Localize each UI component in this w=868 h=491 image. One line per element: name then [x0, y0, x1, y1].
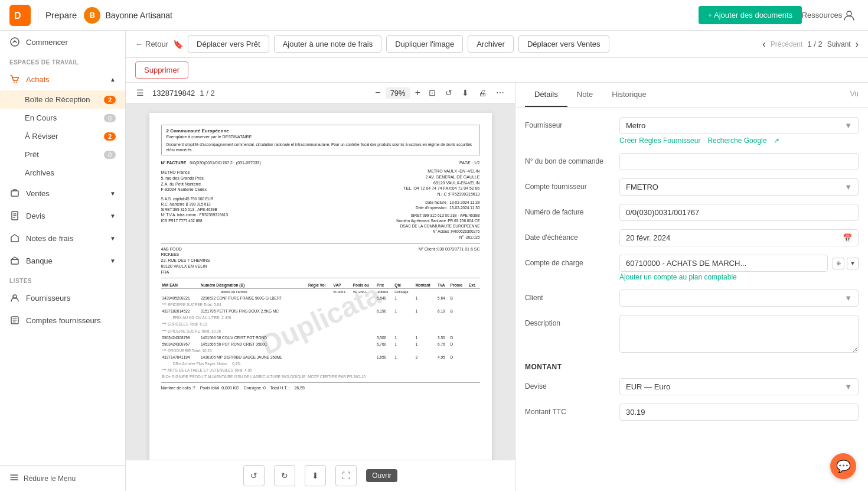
creer-regles-link[interactable]: Créer Règles Fournisseur [619, 136, 700, 145]
more-options-button[interactable]: ⋯ [492, 87, 508, 99]
sidebar-item-en-cours[interactable]: En Cours 0 [0, 109, 125, 127]
sidebar-item-fournisseurs[interactable]: Fournisseurs [0, 287, 125, 309]
sidebar-item-archives[interactable]: Archives [0, 164, 125, 182]
comptes-fournisseurs-label: Comptes fournisseurs [26, 316, 100, 325]
compte-fournisseur-field: FMETRO ▼ [619, 178, 859, 196]
montant-ttc-field [619, 404, 859, 421]
client-label: Client [525, 290, 619, 302]
ajouter-note-button[interactable]: Ajouter à une note de frais [274, 35, 382, 53]
bon-commande-input[interactable] [619, 153, 859, 170]
numero-facture-input[interactable] [619, 204, 859, 221]
devise-select[interactable]: EUR — Euro ▼ [619, 378, 859, 395]
fournisseur-field: Metro ▼ Créer Règles Fournisseur Recherc… [619, 117, 859, 145]
fit-page-button[interactable]: ⊡ [425, 87, 439, 99]
archiver-button[interactable]: Archiver [468, 35, 514, 53]
external-link-icon[interactable]: ↗ [774, 136, 779, 145]
ajouter-compte-link[interactable]: Ajouter un compte au plan comptable [619, 273, 859, 281]
sidebar-banque-group[interactable]: Banque ▼ [0, 249, 125, 272]
resources-button[interactable]: Ressources [811, 6, 830, 25]
banque-label: Banque [26, 256, 53, 265]
logo-divider [38, 8, 38, 22]
sidebar-item-pret[interactable]: Prêt 0 [0, 145, 125, 164]
inv-meta: N° FACTURE 0/0(030)0031/001767:2 (031-09… [161, 160, 480, 239]
dupliquer-button[interactable]: Dupliquer l'image [386, 35, 463, 53]
description-label: Description [525, 315, 619, 327]
split-icon[interactable]: ⊕ [833, 258, 844, 269]
bookmark-button[interactable]: 🔖 [173, 40, 183, 49]
doc-toolbar: ☰ 1328719842 1 / 2 − 79% + ⊡ ↺ ⬇ 🖨 ⋯ [126, 83, 515, 103]
main-layout: Commencer ESPACES DE TRAVAIL Achats ▲ Bo… [0, 31, 868, 491]
tab-historique[interactable]: Historique [602, 83, 656, 107]
menu-toolbar-button[interactable]: ☰ [133, 87, 148, 99]
pret-badge: 0 [104, 151, 116, 159]
precedent-button[interactable]: ‹ [762, 39, 765, 50]
compte-arrow: ▼ [847, 258, 859, 269]
ventes-icon [9, 188, 20, 199]
compte-charge-icons: ⊕ ▼ [833, 258, 859, 269]
suivant-label: Suivant [827, 40, 851, 48]
company-avatar: B [84, 7, 100, 24]
client-select[interactable]: ▼ [619, 290, 859, 307]
sidebar-achats-group[interactable]: Achats ▲ [0, 68, 125, 90]
fournisseur-select[interactable]: Metro ▼ [619, 117, 859, 134]
chat-button[interactable]: 💬 [830, 453, 856, 479]
tab-note[interactable]: Note [567, 83, 602, 107]
ventes-arrow: ▼ [110, 190, 116, 197]
download-button[interactable]: ⬇ [305, 465, 326, 486]
sidebar-devis-group[interactable]: Devis ▼ [0, 204, 125, 227]
zoom-in-button[interactable]: + [413, 86, 423, 99]
rotate-right-button[interactable]: ↻ [274, 465, 295, 486]
montant-ttc-label: Montant TTC [525, 404, 619, 416]
sidebar-item-a-reviser[interactable]: À Réviser 2 [0, 127, 125, 145]
supprimer-button[interactable]: Supprimer [135, 61, 188, 79]
rotate-button[interactable]: ↺ [442, 87, 456, 99]
sidebar-item-boite-reception[interactable]: Boîte de Réception 2 [0, 90, 125, 109]
inv-totals: Nombre de colis :7 Poids total :0,000 KG… [161, 385, 480, 391]
compte-fournisseur-arrow: ▼ [844, 183, 852, 191]
inv-divider3 [161, 382, 480, 383]
description-textarea[interactable] [619, 315, 859, 353]
add-documents-button[interactable]: + Ajouter des documents [699, 6, 802, 24]
fullscreen-button[interactable]: ⛶ [335, 465, 357, 486]
details-tabs: Détails Note Historique Vu [515, 83, 868, 108]
resources-label: Ressources [802, 11, 843, 19]
compte-charge-row: Compte de charge 60710000 - ACHATS DE MA… [525, 255, 859, 281]
date-echeance-value: 20 févr. 2024 [626, 233, 670, 242]
compte-charge-select[interactable]: 60710000 - ACHATS DE MARCH... [619, 255, 828, 272]
deplacer-ventes-button[interactable]: Déplacer vers Ventes [518, 35, 609, 53]
compte-charge-value: 60710000 - ACHATS DE MARCH... [626, 259, 746, 268]
rotate-left-button[interactable]: ↺ [243, 465, 265, 486]
a-reviser-badge: 2 [104, 132, 116, 141]
deplacer-pret-button[interactable]: Déplacer vers Prêt [188, 35, 269, 53]
suivant-button[interactable]: › [856, 39, 859, 50]
tab-details[interactable]: Détails [525, 83, 567, 107]
client-row: Client ▼ [525, 290, 859, 307]
user-icon[interactable] [840, 6, 859, 25]
back-button[interactable]: ← Retour [135, 40, 168, 48]
open-button[interactable]: Ouvrir [366, 469, 397, 482]
print-button[interactable]: 🖨 [475, 87, 490, 99]
sidebar-item-commencer[interactable]: Commencer [0, 31, 125, 53]
download-toolbar-button[interactable]: ⬇ [458, 87, 472, 99]
compte-fournisseur-select[interactable]: FMETRO ▼ [619, 178, 859, 196]
fournisseurs-icon [9, 292, 20, 303]
precedent-label: Précédent [771, 40, 803, 48]
montant-ttc-input[interactable] [619, 404, 859, 421]
date-echeance-input[interactable]: 20 févr. 2024 📅 [619, 229, 859, 246]
boite-reception-badge: 2 [104, 96, 116, 104]
company-selector[interactable]: B Bayonne Artisanat [84, 7, 172, 24]
sidebar-ventes-group[interactable]: Ventes ▼ [0, 182, 125, 204]
fournisseur-value: Metro [626, 121, 645, 130]
recherche-google-link[interactable]: Recherche Google [707, 136, 766, 145]
commencer-label: Commencer [26, 38, 68, 47]
sidebar-item-comptes-fournisseurs[interactable]: Comptes fournisseurs [0, 309, 125, 331]
zoom-out-button[interactable]: − [373, 86, 383, 99]
inv-header: 2 Communauté Européenne Exemplaire à con… [161, 125, 480, 155]
doc-content: Duplicata 2 Communauté Européenne Exempl… [126, 103, 515, 460]
topbar-right: + Ajouter des documents Ressources [699, 6, 859, 25]
svg-rect-10 [11, 259, 18, 264]
tab-vu[interactable]: Vu [850, 83, 859, 107]
compte-charge-label: Compte de charge [525, 255, 619, 267]
sidebar-notes-group[interactable]: Notes de frais ▼ [0, 227, 125, 249]
reduire-menu-button[interactable]: Réduire le Menu [0, 465, 125, 491]
